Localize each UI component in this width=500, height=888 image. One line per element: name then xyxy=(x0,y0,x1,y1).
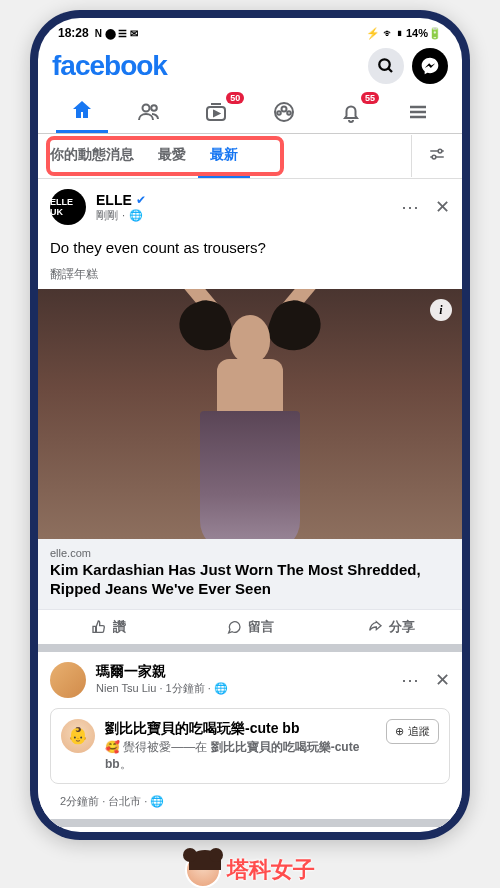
svg-line-1 xyxy=(388,68,392,72)
menu-icon xyxy=(406,100,430,124)
post-author[interactable]: 瑪爾一家親 xyxy=(96,663,228,681)
feed-tabs-row: 你的動態消息 最愛 最新 xyxy=(38,134,462,179)
svg-point-2 xyxy=(142,104,149,111)
follow-button[interactable]: ⊕ 追蹤 xyxy=(386,719,439,744)
search-button[interactable] xyxy=(368,48,404,84)
comment-icon xyxy=(226,619,242,635)
svg-point-0 xyxy=(379,59,390,70)
home-icon xyxy=(70,98,94,122)
post-meta: Nien Tsu Liu · 1分鐘前 · 🌐 xyxy=(96,681,228,696)
svg-point-13 xyxy=(438,149,442,153)
watermark: 塔科女子 xyxy=(185,852,315,888)
messenger-button[interactable] xyxy=(412,48,448,84)
screen: 18:28 N ⬤ ☰ ✉ ⚡ ᯤ ▮ 14%🔋 facebook xyxy=(38,18,462,832)
post-close-button[interactable]: ✕ xyxy=(435,196,450,218)
link-domain: elle.com xyxy=(50,547,450,559)
comment-button[interactable]: 留言 xyxy=(179,610,320,644)
post-avatar[interactable] xyxy=(50,662,86,698)
svg-point-6 xyxy=(281,106,286,111)
post-more-button[interactable]: ⋯ xyxy=(401,669,419,691)
sliders-icon xyxy=(428,145,446,163)
svg-point-8 xyxy=(287,111,291,115)
post: ELLE UK ELLE ✔ 剛剛 · 🌐 xyxy=(38,179,462,652)
link-title: Kim Kardashian Has Just Worn The Most Sh… xyxy=(50,561,450,599)
tab-groups[interactable] xyxy=(258,92,310,132)
privacy-icon: 🌐 xyxy=(129,209,143,222)
verified-icon: ✔ xyxy=(136,193,146,207)
post-text: Do they even count as trousers? xyxy=(38,235,462,266)
like-button[interactable]: 讚 xyxy=(38,610,179,644)
feed-tab-favorites[interactable]: 最愛 xyxy=(146,134,198,178)
tab-notifications[interactable]: 55 xyxy=(325,92,377,132)
status-time: 18:28 xyxy=(58,26,89,40)
status-right: ⚡ ᯤ ▮ 14%🔋 xyxy=(366,27,442,40)
shared-subtitle: 🥰 覺得被愛——在 劉比比寶貝的吃喝玩樂-cute bb。 xyxy=(105,739,379,773)
post-more-button[interactable]: ⋯ xyxy=(401,196,419,218)
watch-icon xyxy=(204,100,228,124)
shared-title: 劉比比寶貝的吃喝玩樂-cute bb xyxy=(105,719,379,737)
post-close-button[interactable]: ✕ xyxy=(435,669,450,691)
post: 瑪爾一家親 Nien Tsu Liu · 1分鐘前 · 🌐 ⋯ ✕ 👶 劉比比寶… xyxy=(38,652,462,827)
plus-icon: ⊕ xyxy=(395,725,404,738)
shared-card[interactable]: 👶 劉比比寶貝的吃喝玩樂-cute bb 🥰 覺得被愛——在 劉比比寶貝的吃喝玩… xyxy=(50,708,450,784)
link-card[interactable]: elle.com Kim Kardashian Has Just Worn Th… xyxy=(38,539,462,609)
watch-badge: 50 xyxy=(226,92,244,104)
shared-meta: 2分鐘前 · 台北市 · 🌐 xyxy=(38,794,462,819)
phone-frame: 18:28 N ⬤ ☰ ✉ ⚡ ᯤ ▮ 14%🔋 facebook xyxy=(30,10,470,840)
svg-point-3 xyxy=(151,105,157,111)
image-info-button[interactable]: i xyxy=(430,299,452,321)
status-bar: 18:28 N ⬤ ☰ ✉ ⚡ ᯤ ▮ 14%🔋 xyxy=(38,18,462,44)
post-time: 剛剛 xyxy=(96,208,118,223)
svg-point-15 xyxy=(432,155,436,159)
share-button[interactable]: 分享 xyxy=(321,610,462,644)
messenger-icon xyxy=(420,56,440,76)
tab-menu[interactable] xyxy=(392,92,444,132)
facebook-logo[interactable]: facebook xyxy=(52,50,167,82)
feed-settings-button[interactable] xyxy=(411,135,462,177)
search-icon xyxy=(377,57,395,75)
tab-watch[interactable]: 50 xyxy=(190,92,242,132)
watermark-text: 塔科女子 xyxy=(227,855,315,885)
thumbs-up-icon xyxy=(91,619,107,635)
friends-icon xyxy=(137,100,161,124)
svg-point-7 xyxy=(277,111,281,115)
post-author[interactable]: ELLE xyxy=(96,192,132,208)
groups-icon xyxy=(272,100,296,124)
watermark-avatar xyxy=(185,852,221,888)
tab-home[interactable] xyxy=(56,90,108,133)
feed-tab-recent[interactable]: 最新 xyxy=(198,134,250,178)
tab-friends[interactable] xyxy=(123,92,175,132)
translate-link[interactable]: 翻譯年糕 xyxy=(38,266,462,289)
status-indicators: N ⬤ ☰ ✉ xyxy=(95,28,139,39)
feed-tab-news[interactable]: 你的動態消息 xyxy=(38,134,146,178)
shared-avatar: 👶 xyxy=(61,719,95,753)
bell-icon xyxy=(339,100,363,124)
post-avatar[interactable]: ELLE UK xyxy=(50,189,86,225)
main-nav-tabs: 50 55 xyxy=(38,90,462,134)
app-header: facebook xyxy=(38,44,462,90)
notifications-badge: 55 xyxy=(361,92,379,104)
share-icon xyxy=(367,619,383,635)
post-image[interactable]: i xyxy=(38,289,462,539)
